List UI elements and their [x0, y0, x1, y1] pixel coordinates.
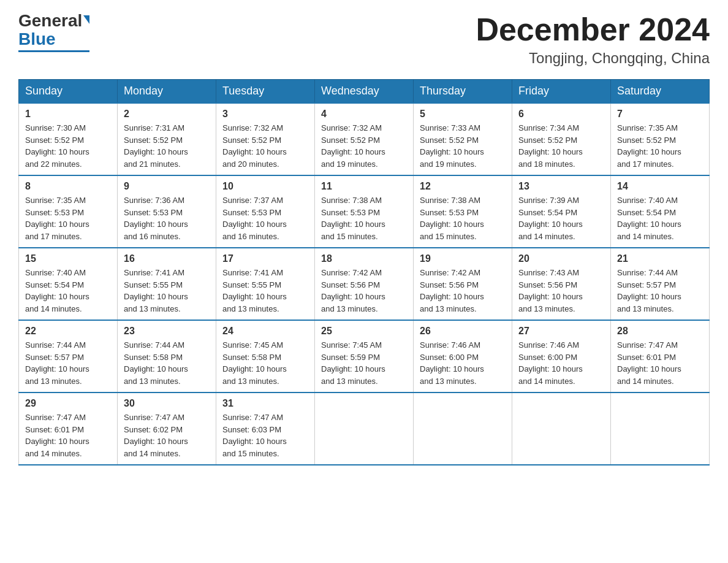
- day-info: Sunrise: 7:31 AM Sunset: 5:52 PM Dayligh…: [124, 122, 210, 170]
- calendar-cell: 11Sunrise: 7:38 AM Sunset: 5:53 PM Dayli…: [315, 175, 414, 248]
- calendar-cell: 30Sunrise: 7:47 AM Sunset: 6:02 PM Dayli…: [118, 393, 216, 465]
- day-number: 26: [420, 326, 506, 337]
- calendar-cell: 16Sunrise: 7:41 AM Sunset: 5:55 PM Dayli…: [118, 248, 216, 320]
- calendar-header-thursday: Thursday: [414, 80, 512, 104]
- day-number: 7: [617, 109, 703, 120]
- calendar-cell: 15Sunrise: 7:40 AM Sunset: 5:54 PM Dayli…: [19, 248, 118, 320]
- calendar-cell: [315, 393, 414, 465]
- day-number: 1: [25, 109, 111, 120]
- day-info: Sunrise: 7:37 AM Sunset: 5:53 PM Dayligh…: [222, 194, 308, 242]
- calendar-header-friday: Friday: [512, 80, 611, 104]
- calendar-header-monday: Monday: [118, 80, 216, 104]
- day-number: 21: [617, 253, 703, 264]
- day-info: Sunrise: 7:47 AM Sunset: 6:01 PM Dayligh…: [617, 339, 703, 387]
- calendar-table: SundayMondayTuesdayWednesdayThursdayFrid…: [18, 79, 710, 465]
- day-info: Sunrise: 7:41 AM Sunset: 5:55 PM Dayligh…: [124, 267, 210, 315]
- day-info: Sunrise: 7:45 AM Sunset: 5:59 PM Dayligh…: [321, 339, 407, 387]
- day-info: Sunrise: 7:47 AM Sunset: 6:01 PM Dayligh…: [25, 412, 111, 459]
- calendar-header-tuesday: Tuesday: [216, 80, 315, 104]
- calendar-cell: 28Sunrise: 7:47 AM Sunset: 6:01 PM Dayli…: [611, 320, 710, 393]
- day-info: Sunrise: 7:33 AM Sunset: 5:52 PM Dayligh…: [420, 122, 506, 170]
- calendar-cell: 20Sunrise: 7:43 AM Sunset: 5:56 PM Dayli…: [512, 248, 611, 320]
- calendar-cell: 25Sunrise: 7:45 AM Sunset: 5:59 PM Dayli…: [315, 320, 414, 393]
- logo-blue-text: Blue: [18, 29, 56, 49]
- day-info: Sunrise: 7:36 AM Sunset: 5:53 PM Dayligh…: [124, 194, 210, 242]
- day-number: 20: [518, 253, 604, 264]
- calendar-cell: 22Sunrise: 7:44 AM Sunset: 5:57 PM Dayli…: [19, 320, 118, 393]
- calendar-header-wednesday: Wednesday: [315, 80, 414, 104]
- day-info: Sunrise: 7:42 AM Sunset: 5:56 PM Dayligh…: [321, 267, 407, 315]
- day-number: 30: [124, 398, 210, 409]
- day-number: 25: [321, 326, 407, 337]
- calendar-cell: [414, 393, 512, 465]
- calendar-row-2: 15Sunrise: 7:40 AM Sunset: 5:54 PM Dayli…: [19, 248, 710, 320]
- day-info: Sunrise: 7:30 AM Sunset: 5:52 PM Dayligh…: [25, 122, 111, 170]
- title-section: December 2024 Tongjing, Chongqing, China: [476, 12, 710, 67]
- calendar-cell: 3Sunrise: 7:32 AM Sunset: 5:52 PM Daylig…: [216, 103, 315, 175]
- day-number: 3: [222, 109, 308, 120]
- page-header: General Blue December 2024 Tongjing, Cho…: [18, 12, 710, 67]
- calendar-header-saturday: Saturday: [611, 80, 710, 104]
- day-number: 10: [222, 181, 308, 192]
- calendar-cell: 10Sunrise: 7:37 AM Sunset: 5:53 PM Dayli…: [216, 175, 315, 248]
- day-info: Sunrise: 7:35 AM Sunset: 5:53 PM Dayligh…: [25, 194, 111, 242]
- calendar-cell: 1Sunrise: 7:30 AM Sunset: 5:52 PM Daylig…: [19, 103, 118, 175]
- calendar-cell: 31Sunrise: 7:47 AM Sunset: 6:03 PM Dayli…: [216, 393, 315, 465]
- logo-text: General: [18, 12, 89, 29]
- day-number: 11: [321, 181, 407, 192]
- calendar-cell: 17Sunrise: 7:41 AM Sunset: 5:55 PM Dayli…: [216, 248, 315, 320]
- calendar-cell: 18Sunrise: 7:42 AM Sunset: 5:56 PM Dayli…: [315, 248, 414, 320]
- day-info: Sunrise: 7:46 AM Sunset: 6:00 PM Dayligh…: [518, 339, 604, 387]
- day-number: 16: [124, 253, 210, 264]
- day-info: Sunrise: 7:44 AM Sunset: 5:58 PM Dayligh…: [124, 339, 210, 387]
- calendar-header-row: SundayMondayTuesdayWednesdayThursdayFrid…: [19, 80, 710, 104]
- calendar-row-0: 1Sunrise: 7:30 AM Sunset: 5:52 PM Daylig…: [19, 103, 710, 175]
- day-info: Sunrise: 7:32 AM Sunset: 5:52 PM Dayligh…: [222, 122, 308, 170]
- day-info: Sunrise: 7:41 AM Sunset: 5:55 PM Dayligh…: [222, 267, 308, 315]
- calendar-header-sunday: Sunday: [19, 80, 118, 104]
- day-number: 23: [124, 326, 210, 337]
- day-info: Sunrise: 7:43 AM Sunset: 5:56 PM Dayligh…: [518, 267, 604, 315]
- calendar-cell: 21Sunrise: 7:44 AM Sunset: 5:57 PM Dayli…: [611, 248, 710, 320]
- day-info: Sunrise: 7:47 AM Sunset: 6:03 PM Dayligh…: [222, 412, 308, 459]
- day-number: 4: [321, 109, 407, 120]
- day-number: 27: [518, 326, 604, 337]
- day-info: Sunrise: 7:47 AM Sunset: 6:02 PM Dayligh…: [124, 412, 210, 459]
- logo-underline: [18, 50, 89, 52]
- day-info: Sunrise: 7:38 AM Sunset: 5:53 PM Dayligh…: [420, 194, 506, 242]
- calendar-cell: 24Sunrise: 7:45 AM Sunset: 5:58 PM Dayli…: [216, 320, 315, 393]
- day-number: 17: [222, 253, 308, 264]
- calendar-cell: 23Sunrise: 7:44 AM Sunset: 5:58 PM Dayli…: [118, 320, 216, 393]
- calendar-cell: 29Sunrise: 7:47 AM Sunset: 6:01 PM Dayli…: [19, 393, 118, 465]
- day-info: Sunrise: 7:40 AM Sunset: 5:54 PM Dayligh…: [25, 267, 111, 315]
- calendar-cell: [611, 393, 710, 465]
- day-number: 31: [222, 398, 308, 409]
- calendar-row-4: 29Sunrise: 7:47 AM Sunset: 6:01 PM Dayli…: [19, 393, 710, 465]
- calendar-cell: 13Sunrise: 7:39 AM Sunset: 5:54 PM Dayli…: [512, 175, 611, 248]
- day-number: 6: [518, 109, 604, 120]
- day-info: Sunrise: 7:38 AM Sunset: 5:53 PM Dayligh…: [321, 194, 407, 242]
- calendar-cell: 27Sunrise: 7:46 AM Sunset: 6:00 PM Dayli…: [512, 320, 611, 393]
- calendar-cell: 19Sunrise: 7:42 AM Sunset: 5:56 PM Dayli…: [414, 248, 512, 320]
- day-number: 29: [25, 398, 111, 409]
- calendar-cell: 2Sunrise: 7:31 AM Sunset: 5:52 PM Daylig…: [118, 103, 216, 175]
- day-info: Sunrise: 7:44 AM Sunset: 5:57 PM Dayligh…: [25, 339, 111, 387]
- day-info: Sunrise: 7:34 AM Sunset: 5:52 PM Dayligh…: [518, 122, 604, 170]
- day-number: 24: [222, 326, 308, 337]
- day-info: Sunrise: 7:45 AM Sunset: 5:58 PM Dayligh…: [222, 339, 308, 387]
- calendar-row-1: 8Sunrise: 7:35 AM Sunset: 5:53 PM Daylig…: [19, 175, 710, 248]
- day-info: Sunrise: 7:46 AM Sunset: 6:00 PM Dayligh…: [420, 339, 506, 387]
- day-info: Sunrise: 7:44 AM Sunset: 5:57 PM Dayligh…: [617, 267, 703, 315]
- day-number: 15: [25, 253, 111, 264]
- day-info: Sunrise: 7:40 AM Sunset: 5:54 PM Dayligh…: [617, 194, 703, 242]
- logo: General Blue: [18, 12, 89, 52]
- day-number: 9: [124, 181, 210, 192]
- day-info: Sunrise: 7:42 AM Sunset: 5:56 PM Dayligh…: [420, 267, 506, 315]
- calendar-cell: 5Sunrise: 7:33 AM Sunset: 5:52 PM Daylig…: [414, 103, 512, 175]
- day-number: 5: [420, 109, 506, 120]
- location-text: Tongjing, Chongqing, China: [476, 50, 710, 67]
- logo-triangle-icon: [83, 15, 89, 24]
- day-number: 18: [321, 253, 407, 264]
- day-info: Sunrise: 7:35 AM Sunset: 5:52 PM Dayligh…: [617, 122, 703, 170]
- day-number: 12: [420, 181, 506, 192]
